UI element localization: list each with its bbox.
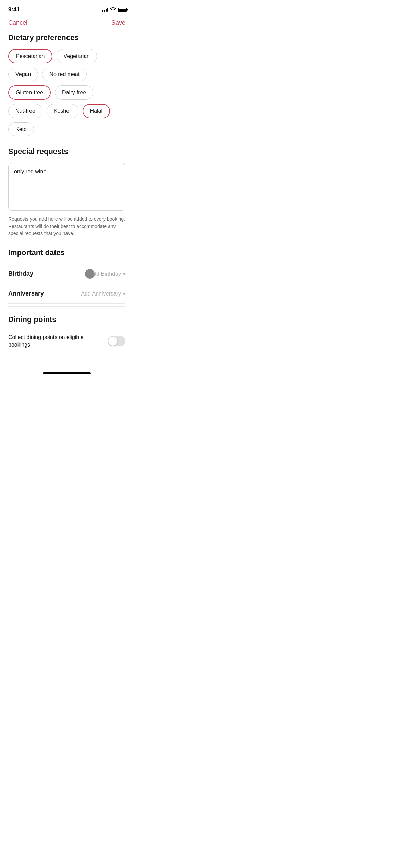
home-indicator [0, 365, 134, 377]
dietary-pill-kosher[interactable]: Kosher [47, 104, 78, 118]
wifi-icon [110, 7, 116, 12]
section-divider [8, 306, 125, 307]
status-bar: 9:41 [0, 0, 134, 16]
home-bar [43, 372, 91, 374]
dining-label: Collect dining points on eligible bookin… [8, 334, 97, 349]
dining-toggle[interactable] [108, 336, 125, 346]
special-requests-section: Special requests Requests you add here w… [8, 147, 125, 237]
chevron-down-icon: ▾ [123, 271, 125, 277]
date-label-anniversary: Anniversary [8, 290, 44, 297]
dietary-pill-vegan[interactable]: Vegan [8, 68, 38, 81]
dining-section: Dining points Collect dining points on e… [8, 315, 125, 352]
birthday-indicator [85, 269, 95, 279]
dietary-pill-vegetarian[interactable]: Vegetarian [57, 49, 97, 63]
dates-title: Important dates [8, 248, 125, 257]
save-button[interactable]: Save [111, 19, 125, 26]
dietary-pill-halal[interactable]: Halal [83, 104, 110, 118]
special-requests-input[interactable] [8, 163, 125, 211]
date-right-birthday: Add Birthday▾ [89, 271, 125, 277]
nav-bar: Cancel Save [0, 16, 134, 31]
dates-section: Important dates BirthdayAdd Birthday▾Ann… [8, 248, 125, 304]
dietary-pill-nut-free[interactable]: Nut-free [8, 104, 42, 118]
dates-rows: BirthdayAdd Birthday▾AnniversaryAdd Anni… [8, 264, 125, 304]
date-label-birthday: Birthday [8, 270, 33, 277]
dietary-pill-pescetarian[interactable]: Pescetarian [8, 49, 52, 63]
dining-title: Dining points [8, 315, 125, 324]
dietary-pill-no-red-meat[interactable]: No red meat [42, 68, 87, 81]
dietary-pill-keto[interactable]: Keto [8, 122, 34, 136]
date-placeholder-anniversary: Add Anniversary [81, 291, 121, 297]
dietary-pill-dairy-free[interactable]: Dairy-free [55, 85, 93, 100]
special-requests-hint: Requests you add here will be added to e… [8, 216, 125, 237]
toggle-knob [108, 337, 117, 346]
dietary-pill-gluten-free[interactable]: Gluten-free [8, 85, 51, 100]
date-right-anniversary: Add Anniversary▾ [81, 291, 125, 297]
dietary-grid: PescetarianVegetarianVeganNo red meatGlu… [8, 49, 125, 136]
cancel-button[interactable]: Cancel [8, 19, 27, 26]
chevron-down-icon: ▾ [123, 291, 125, 297]
dining-row: Collect dining points on eligible bookin… [8, 331, 125, 352]
signal-icon [102, 8, 108, 12]
content: Dietary preferences PescetarianVegetaria… [0, 33, 134, 352]
special-requests-title: Special requests [8, 147, 125, 156]
date-row-birthday[interactable]: BirthdayAdd Birthday▾ [8, 264, 125, 284]
dietary-title: Dietary preferences [8, 33, 125, 42]
battery-icon [118, 8, 127, 12]
status-time: 9:41 [8, 6, 20, 13]
status-icons [102, 7, 127, 12]
dietary-section: Dietary preferences PescetarianVegetaria… [8, 33, 125, 136]
date-row-anniversary[interactable]: AnniversaryAdd Anniversary▾ [8, 284, 125, 304]
